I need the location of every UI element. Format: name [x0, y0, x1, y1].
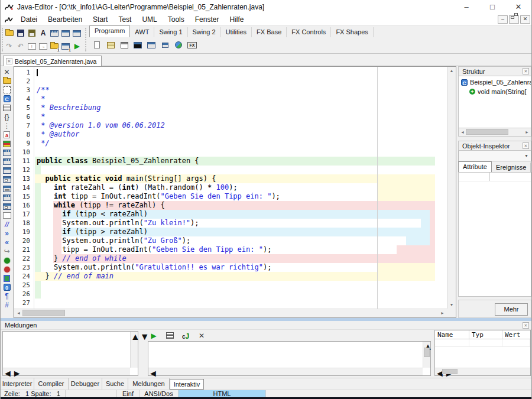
frame-grid-icon[interactable]: [2, 157, 12, 166]
dialog-program-icon[interactable]: [160, 40, 170, 50]
palette-tab-swing-2[interactable]: Swing 2: [188, 27, 221, 37]
syntax-check-icon[interactable]: a: [2, 130, 12, 139]
menu-datei[interactable]: Datei: [15, 14, 43, 25]
mdi-minimize-button[interactable]: –: [498, 15, 508, 24]
zero-box-icon[interactable]: 0: [2, 283, 12, 292]
undo-icon[interactable]: ↶: [15, 41, 25, 51]
tab-close-icon[interactable]: ✕: [6, 58, 12, 64]
inspector-close-icon[interactable]: ✕: [523, 142, 529, 149]
code-editor[interactable]: 1234567891011121314151617181920212223242…: [14, 66, 456, 318]
palette-grip[interactable]: [85, 28, 87, 51]
view-tab-debugger[interactable]: Debugger: [69, 378, 102, 390]
console-run-icon[interactable]: ▶: [148, 330, 159, 341]
structure-close-icon[interactable]: ✕: [523, 68, 529, 74]
column-header-name[interactable]: Name: [435, 330, 469, 339]
layout-box-icon[interactable]: [2, 202, 12, 211]
palette-tab-awt[interactable]: AWT: [130, 27, 154, 37]
mdi-restore-button[interactable]: [509, 15, 519, 24]
line-number-gutter[interactable]: 1234567891011121314151617181920212223242…: [14, 67, 34, 309]
mehr-button[interactable]: Mehr: [495, 303, 528, 316]
font-icon[interactable]: A: [38, 28, 48, 38]
palette-tab-swing-1[interactable]: Swing 1: [154, 27, 187, 37]
minimize-button[interactable]: –: [453, 0, 479, 14]
run-icon[interactable]: ▶: [72, 41, 82, 51]
window-inner-icon[interactable]: [2, 175, 12, 184]
menu-start[interactable]: Start: [87, 14, 113, 25]
jar-classes-icon[interactable]: 1: [61, 41, 71, 51]
palette-tab-fx-base[interactable]: FX Base: [252, 27, 287, 37]
view-tab-interpreter[interactable]: Interpreter: [1, 378, 34, 390]
structure-view-icon[interactable]: [50, 28, 60, 38]
windows-layout-icon[interactable]: [61, 28, 71, 38]
object-selector-dropdown[interactable]: ▼: [458, 151, 531, 161]
editor-horizontal-scrollbar[interactable]: ◄ ►: [14, 309, 447, 317]
structure-rows-icon[interactable]: [2, 103, 12, 112]
view-tab-suche[interactable]: Suche: [102, 378, 128, 390]
hash-icon[interactable]: #: [2, 301, 12, 310]
palette-tab-utilities[interactable]: Utilities: [221, 27, 252, 37]
menu-test[interactable]: Test: [113, 14, 137, 25]
view-tab-meldungen[interactable]: Meldungen: [128, 378, 170, 390]
save-all-icon[interactable]: [27, 28, 37, 38]
browser-preview-icon[interactable]: [72, 28, 82, 38]
view-tab-interaktiv[interactable]: Interaktiv: [170, 379, 204, 390]
palette-tab-programm[interactable]: Programm: [89, 25, 130, 37]
table-frame-icon[interactable]: [119, 40, 129, 50]
frame-program-icon[interactable]: [146, 40, 157, 50]
class-icon[interactable]: C: [2, 95, 12, 103]
redo-icon[interactable]: ↷: [4, 41, 14, 51]
menu-fenster[interactable]: Fenster: [190, 14, 225, 25]
selection-icon[interactable]: [2, 85, 12, 94]
editor-tab[interactable]: ✕ Beispiel_05_Zahlenraten.java: [3, 56, 102, 66]
column-header-wert[interactable]: Wert: [502, 330, 530, 339]
mdi-close-button[interactable]: ✕: [520, 15, 530, 24]
colors-flag-icon[interactable]: [2, 140, 12, 148]
bug-green-icon[interactable]: [2, 256, 12, 265]
variables-scrollbar[interactable]: ◄►: [435, 368, 530, 375]
indent-right-icon[interactable]: »: [2, 229, 12, 238]
window-bottom-icon[interactable]: [2, 184, 12, 193]
window-title-icon[interactable]: [2, 193, 12, 202]
frame-hatched-icon[interactable]: [2, 148, 12, 157]
open-folder-icon[interactable]: [2, 76, 12, 85]
interactive-console[interactable]: ▲▼ ◄: [148, 341, 431, 376]
import-box-icon[interactable]: →: [38, 41, 48, 51]
save-icon[interactable]: [15, 28, 25, 38]
braces-icon[interactable]: {}: [2, 112, 12, 121]
structure-scrollbar[interactable]: ◄ ►: [458, 128, 531, 137]
menu-bearbeiten[interactable]: Bearbeiten: [43, 14, 87, 25]
console-program-icon[interactable]: [132, 40, 143, 50]
goto-icon[interactable]: ↪: [2, 247, 12, 256]
jar-folder-icon[interactable]: 1: [50, 41, 60, 51]
variables-table[interactable]: NameTypWert ◄►: [434, 330, 531, 376]
palette-tab-fx-shapes[interactable]: FX Shapes: [331, 27, 373, 37]
tab-ereignisse[interactable]: Ereignisse: [492, 163, 531, 172]
menu-tools[interactable]: Tools: [163, 14, 190, 25]
console-clear-icon[interactable]: ✕: [196, 330, 207, 341]
attribute-grid[interactable]: [458, 173, 531, 297]
messages-close-icon[interactable]: ✕: [523, 322, 529, 329]
toolbar-grip[interactable]: [2, 28, 4, 51]
open-file-icon[interactable]: [4, 28, 14, 38]
close-file-icon[interactable]: ✕: [2, 67, 12, 76]
code-view[interactable]: /** * * Beschreibung * * @version 1.0 vo…: [35, 67, 447, 309]
export-box-icon[interactable]: ↑: [27, 41, 37, 51]
view-tab-compiler[interactable]: Compiler: [34, 378, 69, 390]
structure-item-method[interactable]: + void main(String[: [459, 87, 531, 96]
console-reset-icon[interactable]: cJ: [180, 330, 191, 341]
javafx-icon[interactable]: FX: [187, 40, 197, 50]
new-file-icon[interactable]: [92, 40, 102, 50]
window-plain-icon[interactable]: [2, 166, 12, 175]
menu-hilfe[interactable]: Hilfe: [224, 14, 249, 25]
editor-vertical-scrollbar[interactable]: ▲ ▼: [447, 67, 456, 309]
column-header-typ[interactable]: Typ: [469, 330, 502, 339]
indent-guide-icon[interactable]: ⋮: [2, 121, 12, 130]
applet-icon[interactable]: [173, 40, 184, 50]
palette-tab-fx-controls[interactable]: FX Controls: [287, 27, 331, 37]
structure-item-class[interactable]: C Beispiel_05_Zahlenrat: [459, 77, 531, 87]
structure-tree[interactable]: C Beispiel_05_Zahlenrat + void main(Stri…: [458, 76, 531, 128]
pilcrow-icon[interactable]: ¶: [2, 292, 12, 301]
maximize-button[interactable]: □: [479, 0, 505, 14]
indent-left-icon[interactable]: «: [2, 238, 12, 247]
new-class-icon[interactable]: [105, 40, 116, 50]
